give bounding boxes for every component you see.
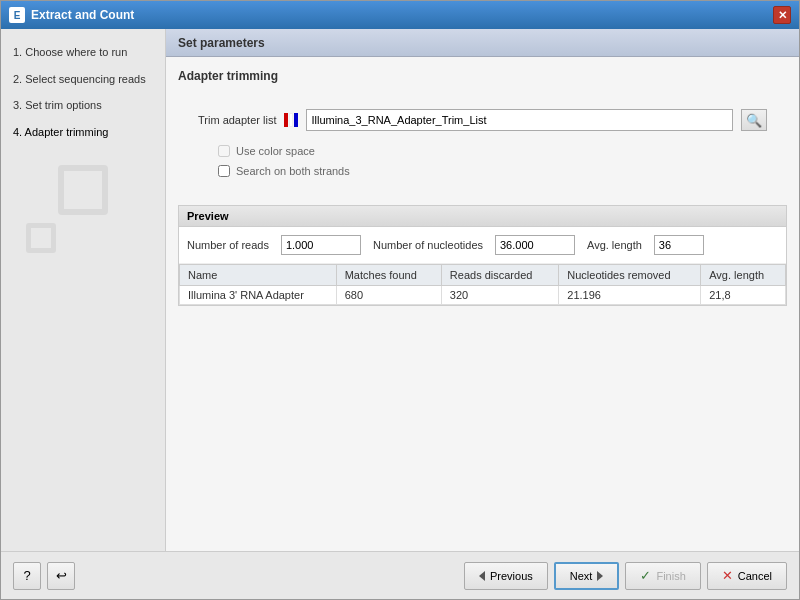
panel-header: Set parameters (166, 29, 799, 57)
reads-input[interactable] (281, 235, 361, 255)
title-bar-left: E Extract and Count (9, 7, 134, 23)
panel-header-title: Set parameters (178, 36, 265, 50)
right-panel: Set parameters Adapter trimming Trim ada… (166, 29, 799, 551)
avg-length-input[interactable] (654, 235, 704, 255)
preview-table-body: Illumina 3' RNA Adapter68032021.19621,8 (180, 286, 786, 305)
window-title: Extract and Count (31, 8, 134, 22)
search-both-strands-checkbox[interactable] (218, 165, 230, 177)
section-title: Adapter trimming (178, 69, 787, 83)
main-content: 1. Choose where to run 2. Select sequenc… (1, 29, 799, 551)
col-name: Name (180, 265, 337, 286)
col-nucleotides-removed: Nucleotides removed (559, 265, 701, 286)
cancel-button[interactable]: ✕ Cancel (707, 562, 787, 590)
adapter-section: Trim adapter list 🔍 Use color s (178, 99, 787, 195)
col-matches: Matches found (336, 265, 441, 286)
flag-stripe-blue (294, 113, 298, 127)
cancel-label: Cancel (738, 570, 772, 582)
previous-button[interactable]: Previous (464, 562, 548, 590)
next-button[interactable]: Next (554, 562, 620, 590)
finish-label: Finish (656, 570, 685, 582)
table-cell: 21.196 (559, 286, 701, 305)
sidebar-item-select-reads[interactable]: 2. Select sequencing reads (1, 66, 165, 93)
col-reads-discarded: Reads discarded (441, 265, 558, 286)
bottom-left-buttons: ? ↩ (13, 562, 75, 590)
table-cell: 680 (336, 286, 441, 305)
use-color-space-row: Use color space (218, 145, 767, 157)
cancel-x-icon: ✕ (722, 568, 733, 583)
undo-icon: ↩ (56, 568, 67, 583)
preview-table: Name Matches found Reads discarded Nucle… (179, 264, 786, 305)
trim-search-button[interactable]: 🔍 (741, 109, 767, 131)
table-cell: 320 (441, 286, 558, 305)
watermark-square-large (58, 165, 108, 215)
next-arrow-icon (597, 571, 603, 581)
col-avg-length: Avg. length (701, 265, 786, 286)
sidebar-item-adapter-trimming[interactable]: 4. Adapter trimming (1, 119, 165, 146)
flag-stripe-red (284, 113, 288, 127)
finish-check-icon: ✓ (640, 568, 651, 583)
use-color-space-label: Use color space (236, 145, 315, 157)
preview-header: Preview (179, 206, 786, 227)
trim-adapter-input[interactable] (306, 109, 733, 131)
previous-label: Previous (490, 570, 533, 582)
watermark-square-small (26, 223, 56, 253)
help-icon: ? (23, 568, 30, 583)
flag-stripe-white (289, 113, 293, 127)
nucleotides-input[interactable] (495, 235, 575, 255)
help-button[interactable]: ? (13, 562, 41, 590)
table-cell: Illumina 3' RNA Adapter (180, 286, 337, 305)
bottom-bar: ? ↩ Previous Next ✓ Finish ✕ Cancel (1, 551, 799, 599)
search-both-strands-label: Search on both strands (236, 165, 350, 177)
finish-button[interactable]: ✓ Finish (625, 562, 700, 590)
bottom-right-buttons: Previous Next ✓ Finish ✕ Cancel (464, 562, 787, 590)
title-bar: E Extract and Count ✕ (1, 1, 799, 29)
sidebar-watermark (1, 165, 165, 253)
previous-arrow-icon (479, 571, 485, 581)
search-both-strands-row: Search on both strands (218, 165, 767, 177)
avg-length-label: Avg. length (587, 239, 642, 251)
use-color-space-checkbox[interactable] (218, 145, 230, 157)
close-button[interactable]: ✕ (773, 6, 791, 24)
main-window: E Extract and Count ✕ 1. Choose where to… (0, 0, 800, 600)
undo-button[interactable]: ↩ (47, 562, 75, 590)
nucleotides-label: Number of nucleotides (373, 239, 483, 251)
table-header-row: Name Matches found Reads discarded Nucle… (180, 265, 786, 286)
table-row: Illumina 3' RNA Adapter68032021.19621,8 (180, 286, 786, 305)
next-label: Next (570, 570, 593, 582)
sidebar-item-trim-options[interactable]: 3. Set trim options (1, 92, 165, 119)
table-cell: 21,8 (701, 286, 786, 305)
panel-body: Adapter trimming Trim adapter list 🔍 (166, 57, 799, 551)
preview-section: Preview Number of reads Number of nucleo… (178, 205, 787, 306)
app-icon: E (9, 7, 25, 23)
sidebar-item-choose-where[interactable]: 1. Choose where to run (1, 39, 165, 66)
flag-icon (284, 113, 298, 127)
trim-label: Trim adapter list (198, 114, 276, 126)
reads-label: Number of reads (187, 239, 269, 251)
preview-stats: Number of reads Number of nucleotides Av… (179, 227, 786, 264)
sidebar: 1. Choose where to run 2. Select sequenc… (1, 29, 166, 551)
trim-adapter-row: Trim adapter list 🔍 (198, 109, 767, 131)
